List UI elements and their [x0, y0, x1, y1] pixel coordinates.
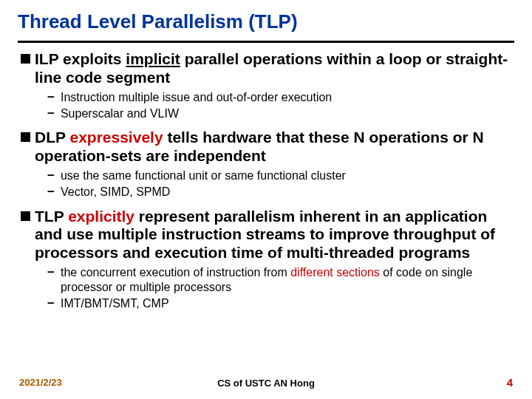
square-bullet-icon [21, 54, 30, 64]
sub-item: − Vector, SIMD, SPMD [47, 185, 514, 200]
sub-text: the concurrent execution of instruction … [61, 265, 514, 295]
sub-text-pre: the concurrent execution of instruction … [61, 266, 290, 279]
bullet-dlp-pre: DLP [35, 129, 69, 146]
sub-text: Superscalar and VLIW [61, 106, 179, 121]
square-bullet-icon [21, 132, 30, 142]
sub-text: use the same functional unit or same fun… [61, 168, 346, 183]
sub-item: − Superscalar and VLIW [47, 106, 514, 121]
bullet-ilp-text: ILP exploits implicit parallel operation… [35, 50, 514, 87]
sub-item: − the concurrent execution of instructio… [47, 265, 514, 295]
sub-item: − use the same functional unit or same f… [47, 168, 514, 183]
slide: Thread Level Parallelism (TLP) ILP explo… [0, 0, 532, 399]
page-number: 4 [507, 376, 513, 389]
bullet-dlp-text: DLP expressively tells hardware that the… [35, 129, 514, 166]
dash-bullet-icon: − [47, 185, 55, 200]
dash-bullet-icon: − [47, 265, 55, 280]
dash-bullet-icon: − [47, 296, 55, 311]
footer-date: 2021/2/23 [19, 377, 62, 388]
square-bullet-icon [21, 211, 30, 221]
footer-center: CS of USTC AN Hong [217, 378, 315, 389]
bullet-ilp-sub: − Instruction multiple issue and out-of-… [47, 90, 514, 122]
sub-item: − IMT/BMT/SMT, CMP [47, 296, 514, 311]
bullet-dlp-accent: expressively [69, 129, 163, 146]
sub-item: − Instruction multiple issue and out-of-… [47, 90, 514, 105]
bullet-dlp: DLP expressively tells hardware that the… [21, 129, 514, 166]
dash-bullet-icon: − [47, 168, 55, 183]
bullet-ilp-pre: ILP exploits [35, 50, 126, 67]
title-rule [18, 41, 514, 43]
bullet-tlp-accent: explicitly [68, 208, 134, 225]
dash-bullet-icon: − [47, 90, 55, 105]
bullet-tlp: TLP explicitly represent parallelism inh… [21, 208, 514, 262]
sub-text: Vector, SIMD, SPMD [61, 185, 170, 200]
bullet-tlp-pre: TLP [35, 208, 68, 225]
bullet-ilp: ILP exploits implicit parallel operation… [21, 50, 514, 87]
bullet-dlp-sub: − use the same functional unit or same f… [47, 168, 514, 200]
bullet-ilp-underlined: implicit [126, 50, 180, 67]
slide-title: Thread Level Parallelism (TLP) [18, 10, 514, 33]
bullet-tlp-text: TLP explicitly represent parallelism inh… [35, 208, 514, 262]
sub-text-accent: different sections [290, 266, 380, 279]
dash-bullet-icon: − [47, 106, 55, 121]
bullet-tlp-sub: − the concurrent execution of instructio… [47, 265, 514, 311]
bullet-list: ILP exploits implicit parallel operation… [18, 50, 514, 311]
sub-text: IMT/BMT/SMT, CMP [61, 296, 169, 311]
sub-text: Instruction multiple issue and out-of-or… [61, 90, 332, 105]
